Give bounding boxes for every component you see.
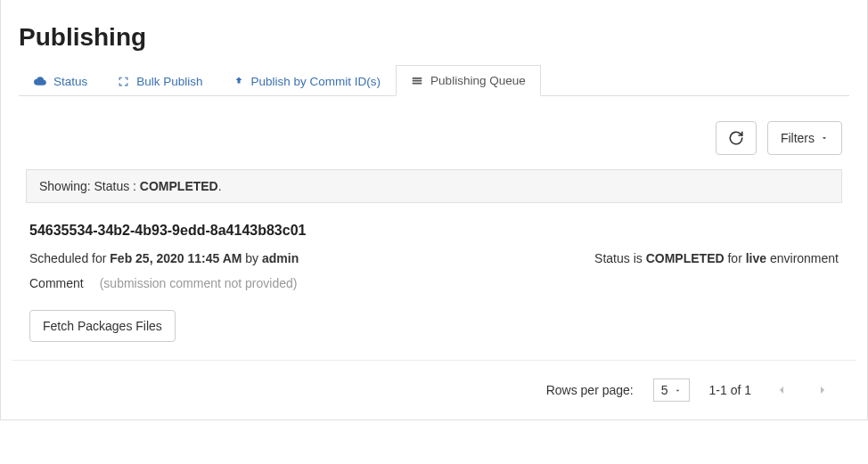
tab-bulk-publish[interactable]: Bulk Publish	[102, 65, 217, 96]
filter-suffix: .	[218, 179, 222, 193]
tab-label: Publishing Queue	[430, 74, 526, 87]
author: admin	[262, 251, 299, 265]
tab-status[interactable]: Status	[19, 65, 102, 96]
tab-label: Bulk Publish	[136, 75, 202, 88]
by-text: by	[242, 251, 262, 265]
comment-label: Comment	[29, 276, 84, 290]
chevron-right-icon	[815, 383, 830, 397]
rows-per-page-value: 5	[661, 383, 668, 397]
cloud-icon	[34, 75, 46, 87]
tab-label: Status	[53, 75, 87, 88]
for-text: for	[725, 251, 746, 265]
pagination-range: 1-1 of 1	[709, 383, 751, 397]
status-info: Status is COMPLETED for live environment	[594, 251, 839, 265]
tab-publish-by-commit[interactable]: Publish by Commit ID(s)	[218, 65, 397, 96]
next-page-button[interactable]	[812, 379, 833, 401]
refresh-icon	[728, 130, 744, 146]
queue-icon	[411, 75, 423, 87]
pagination: Rows per page: 5 1-1 of 1	[8, 361, 860, 419]
prev-page-button[interactable]	[771, 379, 792, 401]
env-suffix: environment	[766, 251, 839, 265]
schedule-info: Scheduled for Feb 25, 2020 11:45 AM by a…	[29, 251, 299, 265]
caret-down-icon	[820, 134, 829, 142]
tab-list: Status Bulk Publish Publish by Commit ID…	[19, 64, 849, 96]
upload-arrow-icon	[233, 76, 244, 86]
fetch-packages-button[interactable]: Fetch Packages Files	[29, 310, 176, 342]
scheduled-prefix: Scheduled for	[29, 251, 110, 265]
caret-down-icon	[674, 387, 682, 395]
toolbar: Filters	[8, 96, 860, 169]
refresh-button[interactable]	[716, 121, 757, 155]
tab-publishing-queue[interactable]: Publishing Queue	[396, 65, 541, 96]
queue-item-id: 54635534-34b2-4b93-9edd-8a4143b83c01	[29, 223, 839, 239]
active-filter-bar: Showing: Status : COMPLETED.	[26, 169, 842, 203]
page-title: Publishing	[19, 7, 849, 64]
filter-status-value: COMPLETED	[140, 179, 218, 193]
rows-per-page-label: Rows per page:	[546, 383, 634, 397]
scheduled-date: Feb 25, 2020 11:45 AM	[110, 251, 242, 265]
filter-prefix: Showing: Status :	[39, 179, 140, 193]
filters-button[interactable]: Filters	[767, 121, 842, 155]
tab-label: Publish by Commit ID(s)	[251, 75, 381, 88]
status-prefix: Status is	[594, 251, 646, 265]
chevron-left-icon	[774, 383, 789, 397]
comment-row: Comment (submission comment not provided…	[29, 276, 839, 290]
status-value: COMPLETED	[646, 251, 725, 265]
rows-per-page-select[interactable]: 5	[653, 379, 690, 402]
environment: live	[746, 251, 766, 265]
expand-icon	[118, 76, 129, 87]
queue-item: 54635534-34b2-4b93-9edd-8a4143b83c01 Sch…	[12, 203, 856, 361]
filters-label: Filters	[781, 131, 815, 145]
comment-placeholder: (submission comment not provided)	[100, 276, 298, 290]
